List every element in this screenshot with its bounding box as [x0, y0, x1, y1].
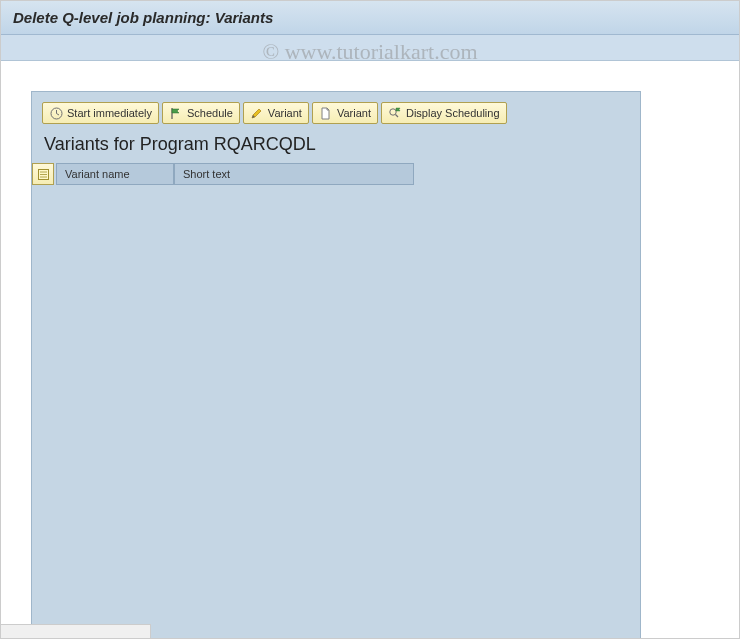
page-title: Delete Q-level job planning: Variants	[13, 9, 727, 26]
table-header-row: Variant name Short text	[32, 163, 640, 185]
column-header-variant-name[interactable]: Variant name	[56, 163, 174, 185]
pencil-icon	[250, 106, 264, 120]
button-label: Variant	[268, 107, 302, 119]
button-label: Schedule	[187, 107, 233, 119]
variant-new-button[interactable]: Variant	[312, 102, 378, 124]
column-header-short-text[interactable]: Short text	[174, 163, 414, 185]
variant-edit-button[interactable]: Variant	[243, 102, 309, 124]
start-immediately-button[interactable]: Start immediately	[42, 102, 159, 124]
select-icon	[37, 168, 50, 181]
section-heading: Variants for Program RQARCQDL	[32, 130, 640, 163]
flag-icon	[169, 106, 183, 120]
content-area: Start immediately Schedule	[1, 61, 739, 639]
button-label: Start immediately	[67, 107, 152, 119]
button-label: Variant	[337, 107, 371, 119]
schedule-button[interactable]: Schedule	[162, 102, 240, 124]
document-icon	[319, 106, 333, 120]
svg-point-4	[390, 108, 396, 114]
sub-bar	[1, 35, 739, 61]
toolbar: Start immediately Schedule	[32, 92, 640, 130]
select-all-button[interactable]	[32, 163, 54, 185]
svg-line-5	[396, 114, 399, 117]
svg-line-2	[56, 113, 59, 115]
display-scheduling-button[interactable]: Display Scheduling	[381, 102, 507, 124]
footer-tab	[1, 624, 151, 638]
clock-icon	[49, 106, 63, 120]
search-flag-icon	[388, 106, 402, 120]
title-bar: Delete Q-level job planning: Variants	[1, 1, 739, 35]
main-panel: Start immediately Schedule	[31, 91, 641, 639]
button-label: Display Scheduling	[406, 107, 500, 119]
